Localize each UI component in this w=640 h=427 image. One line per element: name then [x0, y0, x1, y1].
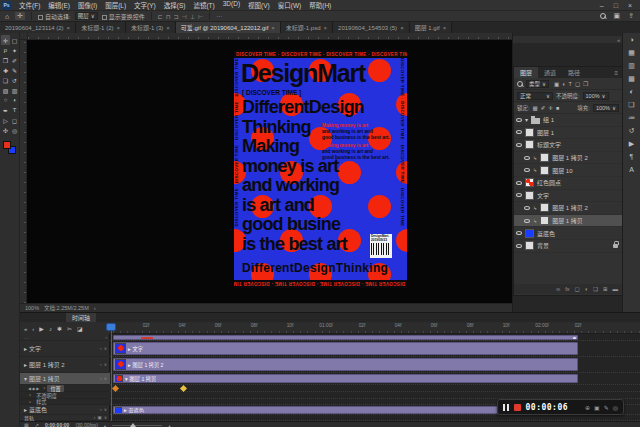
status-expand-icon[interactable]: ›	[94, 305, 96, 311]
previous-frame-button[interactable]: ‹	[32, 326, 34, 332]
patterns-panel-icon[interactable]: ▩	[628, 75, 635, 82]
link-layers-icon[interactable]: ∞	[556, 286, 560, 292]
tab-close-icon[interactable]: ×	[324, 25, 328, 31]
show-transform-checkbox[interactable]: 显示变换控件	[102, 12, 145, 21]
track-toggle-icon[interactable]: ▫	[100, 362, 102, 367]
play-button[interactable]: ▶	[39, 325, 44, 332]
visibility-eye-icon[interactable]	[524, 168, 530, 172]
tab-close-icon[interactable]: ×	[443, 25, 447, 31]
type-tool[interactable]: T	[10, 105, 19, 115]
visibility-eye-icon[interactable]	[516, 143, 522, 147]
align-middle-icon[interactable]: ⊥	[190, 13, 195, 20]
delete-layer-icon[interactable]: ▬	[613, 286, 619, 292]
chevron-down-icon[interactable]: ▾	[525, 116, 528, 123]
filter-smart-objects-icon[interactable]: ❒	[583, 81, 588, 87]
visibility-eye-icon[interactable]	[524, 156, 530, 160]
menu-item[interactable]: 图像(I)	[74, 0, 101, 10]
align-bottom-icon[interactable]: ⊢	[198, 13, 203, 20]
properties-panel-icon[interactable]: ≔	[628, 114, 635, 121]
eyedropper-tool[interactable]: ✐	[10, 55, 19, 65]
keyframe-nav-icons[interactable]: ◀◆▶	[28, 386, 40, 391]
path-selection-tool[interactable]: ▷	[1, 115, 10, 125]
filter-pixel-layers-icon[interactable]: ▣	[554, 81, 559, 87]
auto-select-dropdown[interactable]: 图层∨	[75, 12, 98, 20]
history-brush-tool[interactable]: ↺	[10, 75, 19, 85]
search-icon[interactable]	[600, 13, 606, 19]
workspace-switcher-icon[interactable]: ▣	[614, 12, 621, 20]
move-tool-option-icon[interactable]: ✛	[15, 12, 25, 20]
tab-close-icon[interactable]: ×	[166, 25, 170, 31]
keyframe-lane-opacity[interactable]	[110, 392, 640, 399]
chevron-down-icon[interactable]: ∨	[104, 407, 107, 412]
filter-shape-layers-icon[interactable]: ▢	[575, 81, 580, 87]
render-video-icon[interactable]: ▦	[24, 422, 29, 427]
align-top-icon[interactable]: ⊣	[182, 13, 187, 20]
more-options-button[interactable]: ···	[216, 13, 222, 19]
tab-close-icon[interactable]: ×	[116, 25, 120, 31]
track-toggle-icon[interactable]: ▫	[100, 376, 102, 381]
timeline-tab[interactable]: 时间轴	[66, 313, 96, 322]
menu-item[interactable]: 滤镜(T)	[189, 0, 218, 10]
chevron-down-icon[interactable]: ∨	[104, 346, 107, 351]
zoom-icon[interactable]: ◎	[613, 404, 618, 411]
foreground-color-swatch[interactable]	[3, 141, 11, 149]
menu-item[interactable]: 帮助(H)	[305, 0, 335, 10]
layer-row[interactable]: 文字	[514, 190, 622, 203]
track-row-partial[interactable]: …▫	[20, 334, 110, 341]
layer-row[interactable]: 蓝底色	[514, 227, 622, 240]
layer-effects-icon[interactable]: fx	[565, 286, 569, 292]
chevron-down-icon[interactable]: ∨	[104, 376, 107, 381]
first-frame-button[interactable]: «	[24, 326, 27, 332]
close-button[interactable]: ×	[628, 2, 632, 9]
clip-layer1-copy2[interactable]: ▸ 图层 1 拷贝 2	[113, 358, 578, 371]
chevron-down-icon[interactable]: ∨	[104, 362, 107, 367]
align-center-icon[interactable]: ⊓	[166, 13, 171, 20]
healing-brush-tool[interactable]: ✚	[1, 65, 10, 75]
keyframe-lane-position[interactable]	[110, 385, 640, 392]
transition-button[interactable]: ◪	[77, 325, 83, 332]
clip-partial[interactable]	[113, 335, 578, 340]
doc-tab[interactable]: 可爱.gif @ 20190604_122012.gif×	[176, 22, 281, 33]
new-group-icon[interactable]: ❏	[593, 286, 598, 292]
panel-menu-icon[interactable]: ≡	[614, 67, 622, 78]
filter-search-icon[interactable]	[517, 81, 523, 87]
chevron-down-icon[interactable]: ∨	[104, 415, 107, 420]
clip-text-layer[interactable]: ▸ 文字	[113, 342, 578, 355]
visibility-eye-icon[interactable]	[516, 231, 522, 235]
visibility-eye-icon[interactable]	[516, 118, 522, 122]
color-swatches[interactable]	[3, 141, 17, 155]
panel-tab-通道[interactable]: 通道	[538, 67, 562, 78]
track-toggle-icon[interactable]: ▫	[100, 407, 102, 412]
libraries-panel-icon[interactable]: ❏	[628, 101, 634, 108]
zoom-tool[interactable]: ◎	[10, 125, 19, 135]
playhead-handle[interactable]	[106, 323, 116, 331]
export-icon[interactable]: ↗	[35, 422, 39, 427]
doc-tab[interactable]: 20190604_123114 (2)×	[0, 22, 76, 33]
home-icon[interactable]: ⌂	[3, 13, 11, 20]
menu-item[interactable]: 编辑(E)	[44, 0, 74, 10]
layer-row[interactable]: 图层 1	[514, 127, 622, 140]
clone-stamp-tool[interactable]: ❏	[1, 75, 10, 85]
restore-button[interactable]: □	[614, 2, 618, 9]
layer-row[interactable]: 背景	[514, 240, 622, 253]
region-icon[interactable]: ⊕	[585, 404, 590, 411]
doc-tab[interactable]: 未标题-1 (2)×	[76, 22, 126, 33]
filter-type-layers-icon[interactable]: T	[569, 81, 572, 87]
zoom-level[interactable]: 100%	[25, 305, 39, 311]
add-media-icon[interactable]: ▣	[97, 415, 101, 420]
split-clip-button[interactable]: ✂	[67, 325, 72, 332]
layer-row[interactable]: 红色圆点	[514, 177, 622, 190]
menu-item[interactable]: 文件(F)	[15, 0, 44, 10]
audio-icon[interactable]: ♪	[93, 415, 95, 420]
tab-close-icon[interactable]: ×	[400, 25, 404, 31]
layer-row[interactable]: ▾组 1	[514, 114, 622, 127]
visibility-eye-icon[interactable]	[516, 130, 522, 134]
tab-close-icon[interactable]: ×	[271, 25, 275, 31]
character-panel-icon[interactable]: A	[629, 166, 634, 173]
menu-item[interactable]: 窗口(W)	[274, 0, 305, 10]
layer-row[interactable]: 标题文字	[514, 139, 622, 152]
clip-end-handle[interactable]	[573, 337, 576, 340]
keyframe-diamond[interactable]	[112, 385, 119, 392]
adjustment-layer-icon[interactable]: ◐	[585, 286, 588, 292]
menu-item[interactable]: 文字(Y)	[130, 0, 160, 10]
